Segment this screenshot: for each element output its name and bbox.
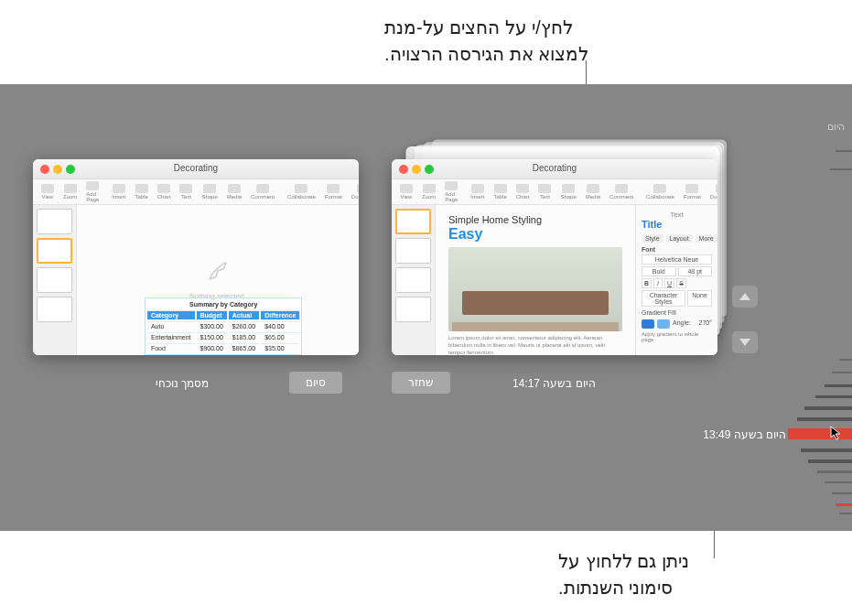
inspector-tab[interactable]: Text (642, 211, 712, 219)
window-title: Decorating (33, 163, 359, 173)
table-row[interactable]: Food$900.00$865.00$35.00 (147, 343, 299, 352)
char-styles-label: Character Styles (642, 290, 685, 307)
document-toolbar: View Zoom Add Page Insert Table Chart Te… (392, 179, 717, 205)
toolbar-shape-button[interactable]: Shape (199, 184, 220, 200)
char-styles-value[interactable]: None (687, 290, 712, 307)
time-machine-area: היום היום בשעה 13:49 Decorating (0, 84, 852, 531)
toolbar-chart-button[interactable]: Chart (513, 184, 533, 200)
page-thumb[interactable] (395, 267, 431, 293)
toolbar-insert-button[interactable]: Insert (109, 184, 128, 200)
page-thumb[interactable] (37, 297, 72, 322)
version-timeline[interactable]: היום היום בשעה 13:49 (788, 84, 852, 531)
toolbar-collab-button[interactable]: Collaborate (285, 184, 318, 200)
timeline-tick[interactable] (839, 513, 852, 514)
gradient-label: Gradient Fill (642, 309, 712, 316)
timeline-tick[interactable] (817, 470, 852, 473)
format-inspector[interactable]: Text Title StyleLayoutMore Font Helvetic… (635, 205, 717, 355)
summary-title: Summary by Category (147, 300, 299, 308)
timeline-current-label: היום בשעה 13:49 (703, 428, 786, 441)
toolbar-zoom-button[interactable]: Zoom (60, 184, 80, 200)
page-thumb[interactable] (395, 297, 431, 322)
done-button[interactable]: סיום (289, 372, 342, 394)
window-title: Decorating (392, 163, 717, 173)
current-document-window[interactable]: Decorating View Zoom Add Page Insert Tab… (33, 159, 359, 355)
document-canvas[interactable]: Nothing selected. Select an object or te… (77, 205, 359, 355)
timeline-tick[interactable] (825, 384, 852, 387)
timeline-tick[interactable] (836, 503, 852, 506)
document-canvas[interactable]: Simple Home Styling Easy Lorem ipsum dol… (436, 205, 635, 355)
toolbar-addpage-button[interactable]: Add Page (442, 181, 460, 202)
hero-line2: Easy (448, 226, 622, 243)
toolbar-view-button[interactable]: View (397, 184, 415, 200)
caption-bottom: ניתן גם ללחוץ על סימוני השנתות. (0, 548, 852, 601)
caption-top: לחץ/י על החצים על-מנת למצוא את הגירסה הר… (0, 15, 852, 68)
page-thumbnails[interactable] (33, 205, 77, 355)
toolbar-comment-button[interactable]: Comment (607, 184, 636, 200)
page-thumb[interactable] (395, 209, 431, 234)
font-size-field[interactable]: 48 pt (678, 266, 713, 276)
toolbar-addpage-button[interactable]: Add Page (83, 181, 102, 202)
toolbar-document-button[interactable]: Document (349, 184, 359, 200)
timeline-tick[interactable] (815, 395, 852, 398)
toolbar-document-button[interactable]: Document (707, 184, 717, 200)
toolbar-table-button[interactable]: Table (491, 184, 509, 200)
toolbar-format-button[interactable]: Format (681, 184, 704, 200)
version-next-button[interactable] (732, 331, 758, 353)
version-nav-arrows (732, 286, 758, 377)
page-thumb[interactable] (37, 238, 72, 264)
page-thumb[interactable] (37, 267, 72, 293)
inspector-style-title[interactable]: Title (642, 219, 712, 230)
body-text: Lorem ipsum dolor sit amet, consectetur … (448, 335, 622, 355)
page-thumb[interactable] (37, 209, 72, 234)
page-thumbnails[interactable] (392, 205, 436, 355)
color-swatch[interactable] (657, 319, 670, 329)
timeline-tick[interactable] (839, 359, 852, 361)
toolbar-view-button[interactable]: View (38, 184, 57, 200)
inspector-font-label: Font (642, 246, 712, 253)
timeline-tick[interactable] (801, 448, 852, 452)
toolbar-media-button[interactable]: Media (224, 184, 244, 200)
caption-bottom-line2: סימוני השנתות. (558, 578, 673, 598)
version-document-window[interactable]: Decorating View Zoom Add Page Insert Tab… (392, 159, 717, 355)
caption-top-line2: למצוא את הגירסה הרצויה. (384, 44, 588, 64)
apply-gradient-label[interactable]: Apply gradient to whole page (642, 331, 712, 342)
table-row[interactable]: Auto$300.00$260.00$40.00 (147, 321, 299, 330)
font-family-field[interactable]: Helvetica Neue (642, 254, 712, 265)
inspector-subtabs[interactable]: StyleLayoutMore (642, 234, 712, 243)
toolbar-text-button[interactable]: Text (535, 184, 554, 200)
window-titlebar[interactable]: Decorating (33, 159, 359, 179)
toolbar-shape-button[interactable]: Shape (557, 184, 578, 200)
chevron-up-icon (739, 293, 750, 300)
timeline-tick[interactable] (836, 150, 852, 152)
toolbar-text-button[interactable]: Text (177, 184, 195, 200)
paintbrush-icon (206, 259, 230, 283)
toolbar-media-button[interactable]: Media (583, 184, 603, 200)
toolbar-insert-button[interactable]: Insert (468, 184, 487, 200)
timeline-tick[interactable] (797, 417, 852, 421)
timeline-tick[interactable] (830, 168, 852, 170)
summary-table[interactable]: Summary by Category CategoryBudgetActual… (145, 297, 302, 355)
timeline-tick[interactable] (808, 459, 852, 463)
table-header-row: CategoryBudgetActualDifference (147, 310, 299, 319)
toolbar-zoom-button[interactable]: Zoom (419, 184, 438, 200)
toolbar-table-button[interactable]: Table (132, 184, 150, 200)
version-prev-button[interactable] (732, 286, 758, 308)
window-titlebar[interactable]: Decorating (392, 159, 717, 179)
toolbar-chart-button[interactable]: Chart (155, 184, 174, 200)
toolbar-collab-button[interactable]: Collaborate (643, 184, 677, 200)
restore-button[interactable]: שחזר (392, 372, 450, 394)
timeline-tick[interactable] (804, 406, 852, 410)
page-thumb[interactable] (395, 238, 431, 264)
caption-top-line1: לחץ/י על החצים על-מנת (384, 17, 573, 38)
hero-line1: Simple Home Styling (448, 214, 622, 225)
toolbar-comment-button[interactable]: Comment (248, 184, 277, 200)
font-weight-field[interactable]: Bold (642, 266, 676, 276)
timeline-tick[interactable] (825, 481, 852, 483)
table-row[interactable]: Entertainment$150.00$185.00$65.00 (147, 332, 299, 341)
timeline-tick[interactable] (832, 372, 852, 373)
timeline-tick[interactable] (832, 492, 852, 494)
toolbar-format-button[interactable]: Format (322, 184, 345, 200)
color-swatch[interactable] (642, 319, 654, 329)
current-doc-label: מסמך נוכחי (156, 377, 209, 390)
hero-image (448, 247, 622, 331)
